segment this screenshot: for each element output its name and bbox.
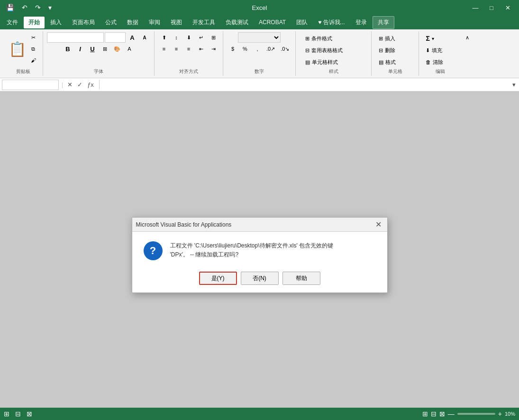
align-right-button[interactable]: ≡ — [183, 44, 194, 54]
delete-cells-icon: ⊟ — [379, 47, 383, 54]
menu-formula[interactable]: 公式 — [100, 17, 121, 28]
dialog-title: Microsoft Visual Basic for Applications — [136, 221, 232, 228]
align-center-button[interactable]: ≡ — [171, 44, 182, 54]
page-layout-view-button[interactable]: ⊟ — [431, 410, 437, 418]
font-color-button[interactable]: A — [124, 44, 135, 54]
decrease-font-button[interactable]: A — [139, 32, 150, 43]
table-format-button[interactable]: ⊟ 套用表格格式 — [303, 45, 364, 55]
yes-button[interactable]: 是(Y) — [199, 272, 237, 285]
fill-color-button[interactable]: 🎨 — [111, 44, 123, 54]
help-button[interactable]: 帮助 — [282, 272, 320, 285]
bold-button[interactable]: B — [62, 44, 73, 54]
maximize-button[interactable]: □ — [484, 1, 499, 14]
cut-button[interactable]: ✂ — [27, 32, 39, 43]
status-bar: ⊞ ⊟ ⊠ ⊞ ⊟ ⊠ — + 10% — [0, 408, 519, 420]
zoom-in-button[interactable]: + — [498, 410, 502, 418]
conditional-format-icon: ⊞ — [305, 36, 310, 42]
expand-ribbon-button[interactable]: ∧ — [462, 32, 473, 43]
status-icon-2[interactable]: ⊟ — [15, 410, 21, 418]
paste-button[interactable]: 📋 — [8, 37, 27, 61]
save-icon[interactable]: 💾 — [4, 3, 17, 12]
status-icon-1[interactable]: ⊞ — [4, 410, 9, 418]
no-button[interactable]: 否(N) — [241, 272, 279, 285]
number-label: 数字 — [223, 68, 295, 75]
cell-style-icon: ▤ — [305, 59, 310, 65]
dialog-message-line1: 工程文件 'C:\Users\liujieru\Desktop\待解密文件.xl… — [170, 242, 334, 249]
currency-button[interactable]: $ — [227, 44, 238, 54]
border-button[interactable]: ⊞ — [99, 44, 110, 54]
menu-home[interactable]: 开始 — [24, 17, 45, 28]
menu-view[interactable]: 视图 — [166, 17, 187, 28]
menu-bar: 文件 开始 插入 页面布局 公式 数据 审阅 视图 开发工具 负载测试 ACRO… — [0, 15, 519, 29]
number-row2: $ % , .0↗ .0↘ — [227, 44, 291, 54]
autosum-button[interactable]: Σ ▾ — [423, 33, 457, 44]
menu-tell-me[interactable]: ♥ 告诉我... — [313, 17, 349, 28]
insert-cells-icon: ⊞ — [379, 36, 383, 42]
align-left-button[interactable]: ≡ — [158, 44, 170, 54]
wrap-text-button[interactable]: ↵ — [195, 32, 207, 43]
align-middle-button[interactable]: ↕ — [171, 32, 182, 43]
increase-decimal-button[interactable]: .0↗ — [264, 44, 277, 54]
menu-review[interactable]: 审阅 — [144, 17, 165, 28]
expand-formula-button[interactable]: ▾ — [511, 81, 517, 88]
menu-developer[interactable]: 开发工具 — [188, 17, 220, 28]
copy-button[interactable]: ⧉ — [27, 44, 39, 54]
menu-load-test[interactable]: 负载测试 — [221, 17, 253, 28]
number-format-select[interactable] — [238, 32, 281, 43]
font-name-input[interactable] — [47, 32, 104, 43]
name-box-input[interactable] — [2, 80, 59, 90]
increase-indent-button[interactable]: ⇥ — [208, 44, 219, 54]
zoom-out-button[interactable]: — — [448, 410, 455, 418]
dialog-message-line2: 'DPx'。 -- 继续加载工程吗? — [170, 251, 239, 258]
format-cells-button[interactable]: ▤ 格式 — [376, 57, 414, 67]
alignment-label: 对齐方式 — [155, 68, 223, 75]
sheet-area: Microsoft Visual Basic for Applications … — [0, 91, 519, 416]
window-controls: — □ ✕ — [468, 1, 515, 14]
close-button[interactable]: ✕ — [500, 1, 515, 14]
formula-input[interactable] — [103, 81, 509, 89]
minimize-button[interactable]: — — [468, 1, 483, 14]
cell-style-button[interactable]: ▤ 单元格样式 — [303, 57, 364, 67]
app-title: Excel — [252, 4, 267, 11]
delete-cells-button[interactable]: ⊟ 删除 — [376, 45, 414, 55]
decrease-decimal-button[interactable]: .0↘ — [278, 44, 291, 54]
insert-cells-button[interactable]: ⊞ 插入 — [376, 33, 414, 44]
menu-file[interactable]: 文件 — [2, 17, 23, 28]
customize-icon[interactable]: ▾ — [46, 3, 54, 12]
percent-button[interactable]: % — [239, 44, 251, 54]
increase-font-button[interactable]: A — [127, 32, 138, 43]
dialog-close-button[interactable]: ✕ — [373, 220, 383, 229]
status-icon-3[interactable]: ⊠ — [27, 410, 32, 418]
page-break-view-button[interactable]: ⊠ — [439, 410, 445, 418]
cancel-formula-button[interactable]: ✕ — [66, 81, 74, 88]
edit-section: Σ ▾ ⬇ 填充 🗑 清除 编辑 — [419, 31, 462, 76]
merge-button[interactable]: ⊞ — [208, 32, 219, 43]
italic-button[interactable]: I — [74, 44, 86, 54]
undo-icon[interactable]: ↶ — [19, 3, 30, 12]
format-painter-button[interactable]: 🖌 — [27, 55, 39, 65]
insert-function-button[interactable]: ƒx — [86, 81, 95, 88]
conditional-format-button[interactable]: ⊞ 条件格式 — [303, 33, 364, 44]
thousands-button[interactable]: , — [252, 44, 263, 54]
menu-share[interactable]: 共享 — [373, 16, 394, 29]
zoom-level: 10% — [505, 411, 515, 417]
menu-data[interactable]: 数据 — [122, 17, 143, 28]
align-bottom-button[interactable]: ⬇ — [183, 32, 194, 43]
underline-button[interactable]: U — [87, 44, 98, 54]
clear-button[interactable]: 🗑 清除 — [423, 57, 457, 67]
zoom-slider[interactable] — [457, 413, 495, 415]
normal-view-button[interactable]: ⊞ — [422, 410, 428, 418]
menu-team[interactable]: 团队 — [291, 17, 312, 28]
menu-acrobat[interactable]: ACROBAT — [254, 17, 291, 27]
dialog-body: ? 工程文件 'C:\Users\liujieru\Desktop\待解密文件.… — [132, 232, 387, 268]
dialog-icon-area: ? — [144, 241, 163, 260]
menu-login[interactable]: 登录 — [351, 17, 372, 28]
font-size-input[interactable] — [105, 32, 126, 43]
confirm-formula-button[interactable]: ✓ — [76, 81, 84, 88]
align-top-button[interactable]: ⬆ — [158, 32, 170, 43]
menu-insert[interactable]: 插入 — [46, 17, 66, 28]
decrease-indent-button[interactable]: ⇤ — [195, 44, 207, 54]
menu-page-layout[interactable]: 页面布局 — [67, 17, 100, 28]
redo-icon[interactable]: ↷ — [33, 3, 43, 12]
fill-button[interactable]: ⬇ 填充 — [423, 45, 457, 55]
